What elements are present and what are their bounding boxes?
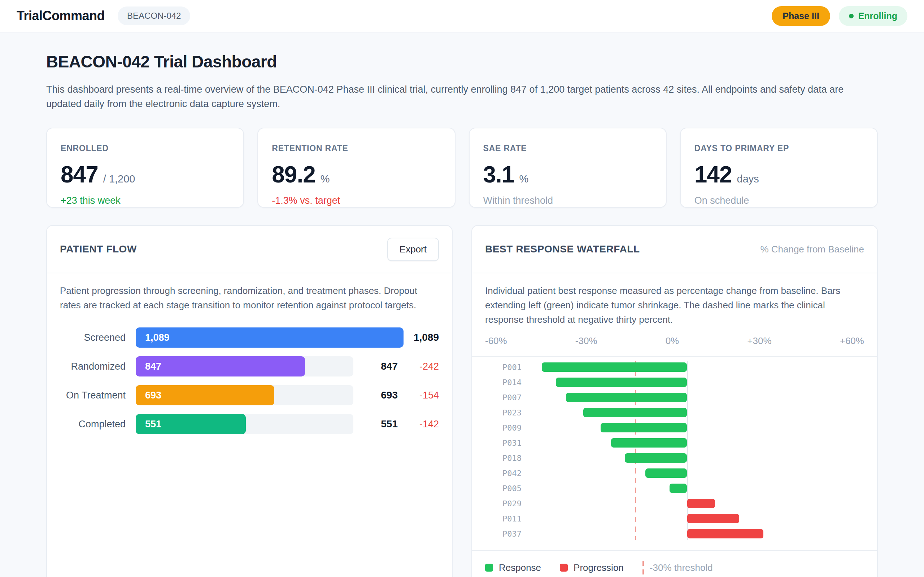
patient-id-label: P014 <box>485 378 533 387</box>
waterfall-bar-area <box>533 453 864 463</box>
flow-bar-value: 847 <box>136 361 162 372</box>
flow-stage-label: Screened <box>60 332 126 343</box>
response-swatch-icon <box>485 564 493 572</box>
flow-dropout: -142 <box>408 419 439 430</box>
kpi-suffix: days <box>737 173 759 185</box>
patient-flow-body: Patient progression through screening, r… <box>47 273 452 434</box>
response-bar <box>566 393 687 402</box>
legend-response-label: Response <box>499 562 541 574</box>
patient-flow-description: Patient progression through screening, r… <box>60 284 439 312</box>
flow-row: Randomized 847 847 -242 <box>60 356 439 377</box>
waterfall-title: BEST RESPONSE WATERFALL <box>485 243 640 255</box>
waterfall-row: P018 <box>485 450 864 466</box>
axis-tick: -30% <box>575 335 597 347</box>
flow-value: 847 <box>373 361 398 372</box>
progression-swatch-icon <box>560 564 568 572</box>
kpi-label: SAE RATE <box>483 143 652 153</box>
waterfall-row: P007 <box>485 390 864 405</box>
flow-bar-area: 847 <box>136 356 362 377</box>
patient-id-label: P007 <box>485 393 533 402</box>
progression-bar <box>687 514 739 523</box>
flow-bar-area: 1,089 <box>136 327 404 348</box>
patient-id-label: P001 <box>485 363 533 372</box>
status-badge-label: Enrolling <box>858 11 897 21</box>
waterfall-row: P023 <box>485 405 864 420</box>
flow-dropout: -242 <box>408 361 439 372</box>
legend-item-threshold: -30% threshold <box>643 561 713 574</box>
flow-value: 693 <box>373 390 398 401</box>
waterfall-bar-area <box>533 484 864 493</box>
kpi-card: ENROLLED 847 / 1,200 +23 this week <box>46 128 244 208</box>
response-bar <box>556 377 687 387</box>
kpi-value-row: 142 days <box>695 161 863 188</box>
status-dot-icon <box>849 14 854 18</box>
flow-bar-area: 551 <box>136 414 362 434</box>
legend-item-response: Response <box>485 562 541 574</box>
patient-id-label: P005 <box>485 484 533 493</box>
waterfall-row: P009 <box>485 420 864 435</box>
patient-id-label: P037 <box>485 529 533 538</box>
waterfall-bar-area <box>533 499 864 508</box>
axis-tick: -60% <box>485 335 507 347</box>
kpi-note: Within threshold <box>483 195 652 206</box>
response-bar <box>625 453 687 463</box>
kpi-value: 3.1 <box>483 161 514 188</box>
kpi-note: -1.3% vs. target <box>272 195 441 206</box>
flow-row: Screened 1,089 1,089 <box>60 327 439 348</box>
threshold-dash-icon <box>643 561 644 574</box>
response-bar <box>601 423 687 432</box>
waterfall-row: P029 <box>485 496 864 511</box>
kpi-card: SAE RATE 3.1 % Within threshold <box>469 128 667 208</box>
legend-progression-label: Progression <box>573 562 624 574</box>
patient-id-label: P031 <box>485 438 533 448</box>
kpi-value-row: 3.1 % <box>483 161 652 188</box>
waterfall-chart: P001 P014 P007 P023 P009 P031 P018 <box>485 359 864 541</box>
waterfall-bar-area <box>533 469 864 478</box>
kpi-card: RETENTION RATE 89.2 % -1.3% vs. target <box>257 128 455 208</box>
waterfall-row: P042 <box>485 466 864 481</box>
response-bar <box>542 363 687 372</box>
waterfall-row: P037 <box>485 526 864 541</box>
progression-bar <box>687 529 763 538</box>
axis-divider <box>472 356 877 357</box>
response-bar <box>611 438 687 448</box>
flow-bar-area: 693 <box>136 385 362 405</box>
waterfall-row: P001 <box>485 359 864 375</box>
response-bar <box>583 408 687 417</box>
page-title: BEACON-042 Trial Dashboard <box>46 52 878 71</box>
patient-id-label: P042 <box>485 469 533 478</box>
flow-bar-fill: 551 <box>136 414 246 434</box>
waterfall-bar-area <box>533 393 864 402</box>
axis-tick: 0% <box>666 335 679 347</box>
kpi-value: 142 <box>695 161 732 188</box>
flow-dropout: -154 <box>408 390 439 401</box>
kpi-suffix: % <box>320 173 330 185</box>
kpi-label: ENROLLED <box>61 143 229 153</box>
flow-bar-fill: 693 <box>136 385 274 405</box>
waterfall-row: P011 <box>485 511 864 526</box>
phase-badge: Phase III <box>772 6 830 26</box>
kpi-suffix: % <box>519 173 528 185</box>
patient-id-label: P009 <box>485 423 533 432</box>
kpi-label: DAYS TO PRIMARY EP <box>695 143 863 153</box>
waterfall-row: P005 <box>485 481 864 496</box>
kpi-card: DAYS TO PRIMARY EP 142 days On schedule <box>680 128 878 208</box>
waterfall-description: Individual patient best response measure… <box>485 284 864 327</box>
kpi-value: 89.2 <box>272 161 315 188</box>
legend-divider <box>472 550 877 551</box>
waterfall-bar-area <box>533 423 864 432</box>
flow-bar-value: 551 <box>136 419 162 430</box>
kpi-value-row: 89.2 % <box>272 161 441 188</box>
kpi-note: +23 this week <box>61 195 229 206</box>
flow-bar-fill: 847 <box>136 356 305 377</box>
kpi-suffix: / 1,200 <box>103 173 135 185</box>
waterfall-bar-area <box>533 529 864 538</box>
patient-id-label: P018 <box>485 454 533 463</box>
waterfall-axis: -60%-30%0%+30%+60% <box>485 335 864 347</box>
progression-bar <box>687 499 715 508</box>
patient-flow-panel: PATIENT FLOW Export Patient progression … <box>46 225 452 577</box>
export-button[interactable]: Export <box>387 238 439 261</box>
waterfall-body: Individual patient best response measure… <box>472 273 877 574</box>
flow-row: Completed 551 551 -142 <box>60 414 439 434</box>
flow-value: 551 <box>373 418 398 430</box>
